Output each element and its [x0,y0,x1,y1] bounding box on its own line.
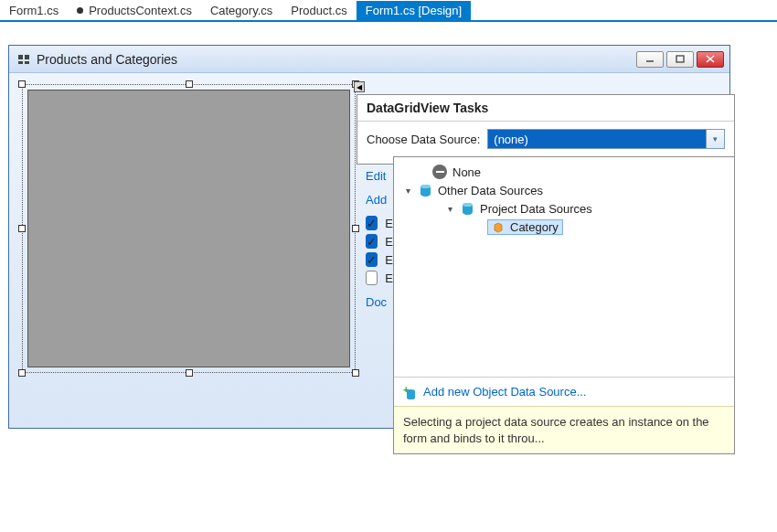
datagridview-tasks-panel: DataGridView Tasks Choose Data Source: (… [357,94,735,165]
maximize-button[interactable] [666,51,694,68]
unsaved-dot-icon [77,7,83,14]
svg-rect-0 [18,55,23,59]
checkbox-enable-4[interactable] [366,271,378,285]
svg-rect-1 [25,55,29,59]
form-title: Products and Categories [37,52,636,67]
edit-columns-link[interactable]: Edit [366,169,386,183]
add-new-datasource-link[interactable]: + Add new Object Data Source... [394,377,734,406]
tab-form1-cs[interactable]: Form1.cs [0,1,68,20]
dock-link[interactable]: Doc [366,295,387,309]
designer-surface[interactable]: Products and Categories ◀ [0,22,777,532]
svg-rect-3 [25,61,29,64]
resize-handle-e[interactable] [352,225,359,232]
tree-node-none[interactable]: None [403,163,730,181]
tab-form1-design[interactable]: Form1.cs [Design] [357,1,471,20]
datasource-dropdown: None ▾ Other Data Sources ▾ Project Data… [393,156,735,454]
form-titlebar[interactable]: Products and Categories [9,46,729,73]
resize-handle-n[interactable] [186,80,193,88]
tasks-title: DataGridView Tasks [357,95,734,122]
tab-productscontext-cs[interactable]: ProductsContext.cs [68,1,201,20]
resize-handle-sw[interactable] [18,369,26,377]
chevron-down-icon[interactable]: ▾ [445,204,454,214]
datagridview[interactable] [27,90,350,367]
tab-product-cs[interactable]: Product.cs [282,1,356,20]
form-icon [16,52,31,67]
add-column-link[interactable]: Add [366,193,387,207]
resize-handle-nw[interactable] [18,80,26,88]
datagridview-selection[interactable]: ◀ [22,84,356,373]
tree-node-other-data-sources[interactable]: ▾ Other Data Sources [403,181,730,199]
svg-rect-2 [18,61,23,64]
tree-node-category[interactable]: Category [403,218,730,237]
svg-rect-5 [676,56,684,62]
choose-datasource-label: Choose Data Source: [367,133,480,146]
chevron-down-icon[interactable]: ▾ [707,129,725,149]
datasource-hint-text: Selecting a project data source creates … [394,406,734,453]
chevron-down-icon[interactable]: ▾ [403,186,412,196]
choose-datasource-value: (none) [487,129,707,149]
resize-handle-s[interactable] [186,369,193,377]
add-icon: + [403,386,416,399]
close-button[interactable] [697,51,724,68]
document-tabbar: Form1.cs ProductsContext.cs Category.cs … [0,0,777,22]
datasource-tree: None ▾ Other Data Sources ▾ Project Data… [394,157,734,377]
resize-handle-se[interactable] [352,369,359,377]
database-icon [460,201,474,216]
smart-tag-glyph[interactable]: ◀ [354,81,365,92]
database-group-icon [418,183,432,197]
minimize-button[interactable] [636,51,664,68]
checkbox-enable-3[interactable]: ✓ [366,252,378,267]
checkbox-enable-1[interactable]: ✓ [366,216,378,230]
choose-datasource-combo[interactable]: (none) ▾ [487,129,725,149]
tree-node-project-data-sources[interactable]: ▾ Project Data Sources [403,199,730,218]
tab-category-cs[interactable]: Category.cs [201,1,282,20]
resize-handle-w[interactable] [18,225,26,232]
none-icon [432,165,447,179]
tasks-peek-column: Edit Add ✓E ✓E ✓E E Doc [366,161,393,316]
class-icon [492,221,505,234]
checkbox-enable-2[interactable]: ✓ [366,234,378,249]
